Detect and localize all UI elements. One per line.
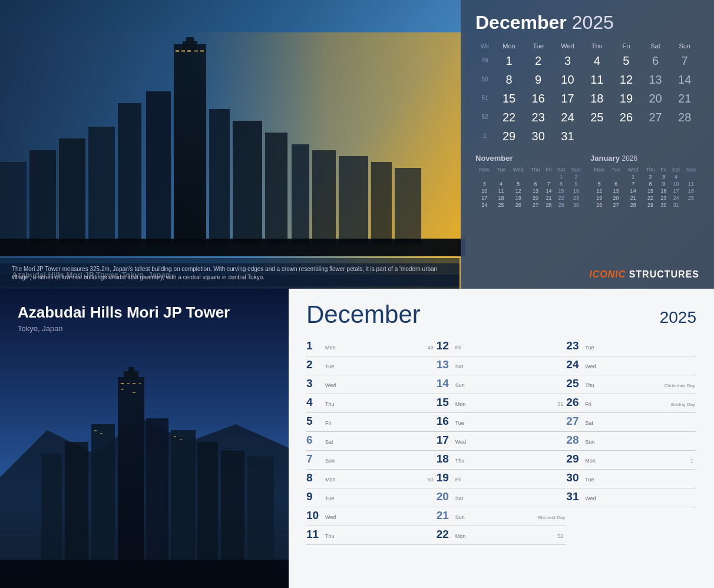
date-col-1: 1Mon492Tue3Wed4Thu5Fri6Sat7Sun8Mon509Tue… [306,338,437,545]
svg-rect-21 [29,150,56,245]
brand: ICONIC STRUCTURES [589,269,699,280]
svg-rect-14 [59,138,85,245]
svg-rect-23 [0,239,465,256]
date-row: 2Tue [306,356,437,375]
svg-rect-9 [118,103,141,245]
tue-header: Tue [524,41,553,51]
svg-rect-40 [138,383,141,384]
wk-header: Wk [475,41,494,51]
date-row: 31Wed [566,488,696,507]
date-row: 26FriBoxing Day [566,394,696,413]
date-row: 30Tue [566,470,696,488]
svg-rect-37 [121,383,124,384]
date-row: 7Sun [306,451,437,470]
svg-rect-12 [233,121,262,245]
svg-rect-43 [94,430,97,431]
date-row: 13Sat [437,356,567,375]
caption-box: Azabudai Hills Mori JP Tower, Tokyo, Jap… [0,275,460,289]
svg-rect-30 [146,418,168,577]
svg-rect-35 [221,451,244,577]
svg-rect-15 [265,133,287,245]
date-row: 17Wed [437,432,567,451]
svg-rect-3 [186,37,194,43]
svg-rect-6 [187,50,191,52]
date-row: 29Mon1 [566,451,696,470]
svg-rect-36 [247,457,274,577]
date-row: 3Wed [306,375,437,394]
date-row: 21SunShortest Day [437,507,567,526]
svg-rect-39 [133,383,135,384]
bottom-section: Azabudai Hills Mori JP Tower Tokyo, Japa… [0,289,714,588]
svg-rect-29 [91,424,115,577]
date-row: 4Thu [306,394,437,413]
svg-rect-45 [174,436,176,437]
calendar-panel: December 2025 Wk Mon Tue Wed Thu Fri Sat… [461,0,714,289]
svg-rect-22 [0,162,27,245]
svg-rect-11 [209,109,230,245]
svg-rect-42 [133,392,135,393]
svg-rect-1 [174,44,206,245]
date-col-3: 23Tue24Wed25ThuChristmas Day26FriBoxing … [566,338,696,545]
date-row: 5Fri [306,413,437,432]
svg-rect-10 [146,91,171,245]
date-row: 8Mon50 [306,470,437,488]
thu-header: Thu [582,41,611,51]
date-row: 19Fri [437,470,567,488]
date-row: 16Tue [437,413,567,432]
top-section: Azabudai Hills Mori JP Tower, Tokyo, Jap… [0,0,714,289]
svg-rect-33 [65,442,88,577]
date-row: 25ThuChristmas Day [566,375,696,394]
bottom-left-text: Azabudai Hills Mori JP Tower Tokyo, Japa… [18,303,271,333]
date-row: 18Thu [437,451,567,470]
date-row: 27Sat [566,413,696,432]
building-name: Azabudai Hills Mori JP Tower [18,303,271,322]
main-calendar: Wk Mon Tue Wed Thu Fri Sat Sun 491234567… [475,41,699,146]
skyline-svg [0,32,465,256]
bottom-header: December 2025 [306,300,696,329]
date-row: 23Tue [566,338,696,356]
date-row: 22Mon52 [437,526,567,545]
date-row: 10Wed [306,507,437,526]
caption-desc: The Mori JP Tower measures 325.2m, Japan… [0,258,460,289]
svg-rect-41 [121,389,124,390]
date-row: 24Wed [566,356,696,375]
svg-rect-7 [194,50,198,52]
bottom-year: 2025 [660,308,696,327]
svg-rect-16 [292,144,309,245]
sat-header: Sat [641,41,670,51]
svg-rect-32 [197,442,218,577]
svg-rect-17 [312,150,336,245]
svg-rect-13 [88,127,115,245]
svg-rect-19 [371,162,392,245]
date-col-2: 12Fri13Sat14Sun15Mon5116Tue17Wed18Thu19F… [437,338,567,545]
calendar-main-title: December 2025 [475,12,699,34]
svg-rect-4 [176,50,179,52]
svg-rect-26 [118,377,144,577]
november-mini-cal: November MonTueWedThuFriSatSun 123456789… [475,154,584,209]
date-row: 1Mon49 [306,338,437,356]
svg-rect-47 [0,560,289,588]
fri-header: Fri [611,41,641,51]
bottom-month: December [306,300,421,329]
date-row: 6Sat [306,432,437,451]
svg-rect-20 [395,168,421,245]
wed-header: Wed [553,41,582,51]
dates-grid: 1Mon492Tue3Wed4Thu5Fri6Sat7Sun8Mon509Tue… [306,338,696,545]
svg-rect-31 [171,430,196,577]
bottom-left-panel: Azabudai Hills Mori JP Tower Tokyo, Japa… [0,289,289,588]
building-location: Tokyo, Japan [18,324,271,333]
date-row: 11Thu [306,526,437,545]
svg-rect-44 [100,433,103,434]
date-row: 14Sun [437,375,567,394]
svg-rect-38 [127,383,130,384]
svg-rect-18 [339,156,368,245]
svg-rect-34 [41,454,62,577]
january-mini-cal: January 2026 MonTueWedThuFriSatSun 12345… [590,154,699,209]
svg-rect-5 [181,50,185,52]
bottom-image [0,289,289,588]
date-row: 15Mon51 [437,394,567,413]
mini-calendars: November MonTueWedThuFriSatSun 123456789… [475,154,699,209]
svg-rect-8 [200,50,204,52]
nov-title: November [475,154,584,163]
date-row: 9Tue [306,488,437,507]
